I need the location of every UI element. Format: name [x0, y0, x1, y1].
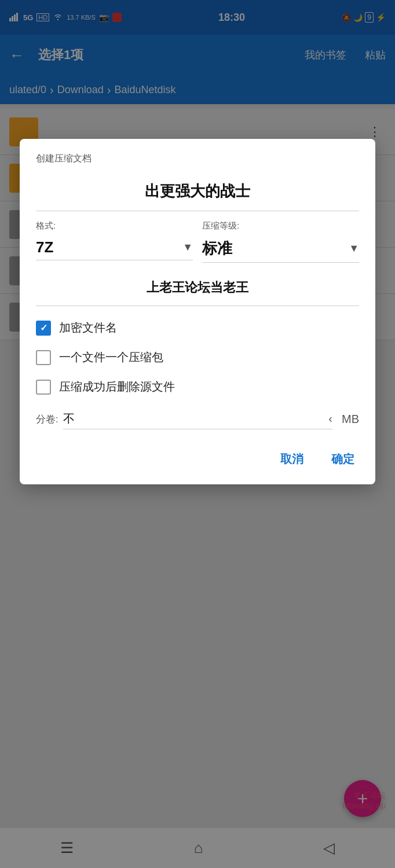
delete-source-checkbox[interactable]	[36, 380, 51, 395]
one-file-checkbox[interactable]	[36, 350, 51, 365]
split-label: 分卷:	[36, 413, 58, 426]
checkbox-delete-source: 压缩成功后删除源文件	[36, 379, 359, 395]
cancel-button[interactable]: 取消	[276, 448, 308, 470]
format-select[interactable]: 7Z ▼	[36, 235, 193, 260]
split-input[interactable]: 不 ‹	[63, 409, 332, 429]
format-label: 格式:	[36, 220, 193, 231]
level-label: 压缩等级:	[202, 220, 359, 231]
format-arrow-icon: ▼	[182, 241, 193, 253]
encrypt-filename-checkbox[interactable]: ✓	[36, 321, 51, 336]
format-value: 7Z	[36, 238, 182, 256]
dialog-actions: 取消 确定	[36, 448, 359, 470]
split-row: 分卷: 不 ‹ MB	[36, 409, 359, 429]
level-field: 压缩等级: 标准 ▼	[202, 220, 359, 263]
level-value: 标准	[202, 238, 349, 259]
filename-field[interactable]: 出更强大的战士	[36, 174, 359, 211]
password-field[interactable]: 上老王论坛当老王	[36, 272, 359, 306]
delete-source-label: 压缩成功后删除源文件	[59, 379, 175, 395]
split-arrow-icon: ‹	[328, 412, 332, 425]
create-archive-dialog: 创建压缩文档 出更强大的战士 格式: 7Z ▼ 压缩等级: 标准 ▼ 上老王论坛…	[20, 139, 375, 484]
one-file-label: 一个文件一个压缩包	[59, 350, 163, 365]
dialog-title: 创建压缩文档	[36, 153, 359, 165]
checkbox-one-file-one-archive: 一个文件一个压缩包	[36, 350, 359, 365]
level-select[interactable]: 标准 ▼	[202, 235, 359, 263]
split-unit: MB	[342, 413, 359, 426]
level-arrow-icon: ▼	[349, 242, 359, 255]
checkbox-encrypt-filename: ✓ 加密文件名	[36, 320, 359, 336]
encrypt-filename-label: 加密文件名	[59, 320, 117, 336]
split-value: 不	[63, 411, 329, 426]
format-field: 格式: 7Z ▼	[36, 220, 193, 260]
confirm-button[interactable]: 确定	[327, 448, 359, 470]
check-icon: ✓	[40, 322, 47, 333]
format-level-row: 格式: 7Z ▼ 压缩等级: 标准 ▼	[36, 220, 359, 263]
